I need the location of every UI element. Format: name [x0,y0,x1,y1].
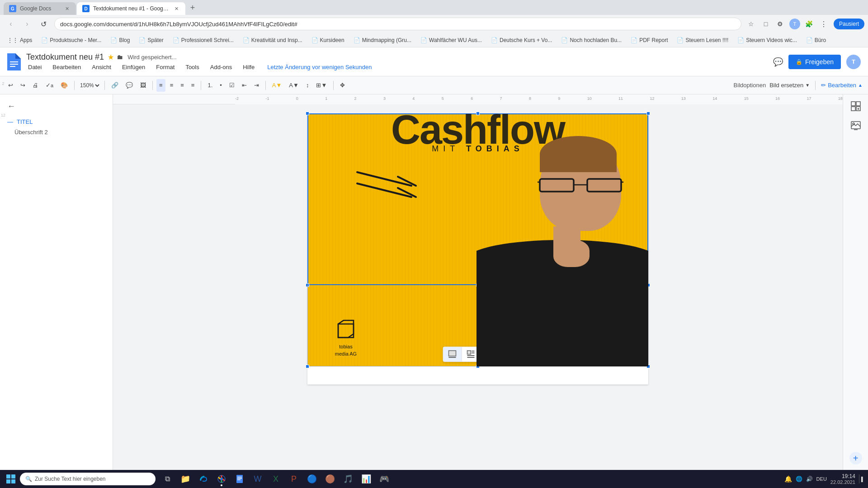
menu-einfuegen[interactable]: Einfügen [120,63,147,71]
bookmark-mindmapping[interactable]: 📄 Mindmapping (Gru... [350,36,415,44]
print-button[interactable]: 🖨 [30,79,41,92]
column-button[interactable]: ⊞▼ [313,79,330,92]
menu-ansicht[interactable]: Ansicht [90,63,113,71]
tab-textdokument[interactable]: D Textdokument neu #1 - Google ... ✕ [77,2,185,15]
bookmark-buero[interactable]: 📄 Büro [802,36,830,44]
taskbar-spotify[interactable]: 🎵 [340,471,356,487]
highlight-color-button[interactable]: A▼ [269,79,285,92]
taskbar-app-11[interactable]: 📊 [358,471,374,487]
forward-button[interactable]: › [20,17,34,31]
last-edit[interactable]: Letzte Änderung vor wenigen Sekunden [267,64,372,70]
menu-addons[interactable]: Add-ons [208,63,234,71]
menu-bearbeiten[interactable]: Bearbeiten [51,63,83,71]
reload-button[interactable]: ↺ [36,17,51,31]
numbered-list-button[interactable]: 1. [205,79,215,92]
bookmark-apps[interactable]: ⋮⋮ Apps [4,36,36,44]
bild-ersetzen-button[interactable]: Bild ersetzen ▼ [769,82,810,89]
doc-area[interactable]: -2 -1 0 1 2 3 4 5 6 7 8 9 10 [113,94,843,488]
share-button[interactable]: 🔒 Freigeben [788,55,841,69]
sidebar-item-h2[interactable]: Überschrift 2 [0,127,113,137]
bookmark-produktsuche[interactable]: 📄 Produktsuche - Mer... [38,36,105,44]
bookmark-kreativitaet[interactable]: 📄 Kreativität und Insp... [239,36,306,44]
line-spacing-button[interactable]: ↕ [303,79,312,92]
taskbar-app-12[interactable]: 🎮 [376,471,392,487]
right-panel-add-comment-button[interactable] [848,98,864,114]
image-container[interactable]: Cashflow MIT TOBIAS [307,113,648,366]
pause-button[interactable]: Pausiert [834,19,864,29]
paint-format-button[interactable]: 🎨 [58,79,71,92]
align-center-button[interactable]: ≡ [167,79,176,92]
taskbar-search-box[interactable]: 🔍 Zur Suche Text hier eingeben [20,473,156,485]
bookmark-steuern-videos[interactable]: 📄 Steuern Videos wic... [734,36,801,44]
taskbar-explorer[interactable]: 📁 [177,471,193,487]
extensions-icon[interactable]: ⚙ [774,18,787,30]
image-button[interactable]: 🖼 [137,79,149,92]
menu-format[interactable]: Format [154,63,176,71]
text-color-button[interactable]: A▼ [286,79,302,92]
tab-google-docs[interactable]: G Google Docs ✕ [4,2,76,15]
zoom-selector[interactable]: 150% 100% 75% [78,80,101,91]
sidebar-item-title[interactable]: — TITEL [0,117,113,127]
new-tab-button[interactable]: + [186,1,199,14]
align-justify-button[interactable]: ≡ [189,79,198,92]
taskbar-notification-icon[interactable]: 🔔 [784,475,792,483]
taskbar-task-view[interactable]: ⧉ [159,471,175,487]
doc-title[interactable]: Textdokument neu #1 [26,52,104,62]
bildoptionen-label[interactable]: Bildoptionen [734,82,766,89]
decrease-indent-button[interactable]: ⇤ [239,79,250,92]
bookmark-kursideen[interactable]: 📄 Kursideen [308,36,348,44]
taskbar-chrome[interactable] [213,471,230,487]
browser-menu-icon[interactable]: ⋮ [817,18,830,30]
right-panel-edit-button[interactable] [848,118,864,134]
bookmark-blog[interactable]: 📄 Blog [107,36,133,44]
back-button[interactable]: ‹ [4,17,18,31]
right-sidebar-plus-button[interactable]: + [849,452,862,465]
taskbar-show-desktop[interactable]: ▌ [859,474,864,483]
tab-close-google-docs[interactable]: ✕ [63,5,71,12]
drive-icon[interactable]: 🖿 [117,53,123,61]
undo-button[interactable]: ↩ [5,79,16,92]
link-button[interactable]: 🔗 [108,79,121,92]
bookmark-professionell[interactable]: 📄 Professionell Schrei... [169,36,237,44]
taskbar-docs-open[interactable] [231,471,248,487]
bullet-list-button[interactable]: • [217,79,225,92]
taskbar-edge[interactable] [195,471,212,487]
move-button[interactable]: ✥ [337,79,348,92]
taskbar-app-8[interactable]: 🔵 [304,471,320,487]
sidebar-back-button[interactable]: ← [0,100,113,113]
comments-button[interactable]: 💬 [773,57,783,67]
bookmark-icon[interactable]: ☆ [745,18,758,30]
align-right-button[interactable]: ≡ [178,79,187,92]
align-left-button[interactable]: ≡ [156,79,165,92]
increase-indent-button[interactable]: ⇥ [251,79,262,92]
spellcheck-button[interactable]: ✓a [43,79,56,92]
address-bar[interactable]: docs.google.com/document/d/1hUH8k6h7Lb8y… [54,18,741,30]
profile-avatar[interactable]: T [846,55,861,69]
screen-capture-icon[interactable]: □ [760,18,772,30]
menu-hilfe[interactable]: Hilfe [241,63,256,71]
bookmark-pdf-report[interactable]: 📄 PDF Report [627,36,671,44]
bearbeiten-button[interactable]: ✏ Bearbeiten ▲ [821,82,863,89]
bookmark-steuern-lesen[interactable]: 📄 Steuern Lesen !!!! [673,36,732,44]
start-button[interactable] [4,472,18,486]
star-icon[interactable]: ★ [108,53,114,61]
bookmark-deutsche-kurs[interactable]: 📄 Deutsche Kurs + Vo... [487,36,556,44]
bookmark-wahlfaecher[interactable]: 📄 Wahlfächer WU Aus... [417,36,486,44]
taskbar-word[interactable]: W [250,471,266,487]
tab-close-textdokument[interactable]: ✕ [173,5,180,12]
taskbar-volume-icon[interactable]: 🔊 [806,476,813,482]
taskbar-powerpoint[interactable]: P [286,471,302,487]
comment-button[interactable]: 💬 [123,79,136,92]
extensions-puzzle-icon[interactable]: 🧩 [803,18,816,30]
taskbar-app-9[interactable]: 🟤 [322,471,338,487]
redo-button[interactable]: ↪ [18,79,28,92]
profile-circle[interactable]: T [788,18,801,30]
checklist-button[interactable]: ☑ [226,79,237,92]
bookmark-spaeter[interactable]: 📄 Später [135,36,167,44]
wrap-inline-button[interactable] [443,347,462,361]
taskbar-network-icon[interactable]: 🌐 [796,476,802,482]
bookmark-noch-hochladen[interactable]: 📄 Noch hochladen Bu... [557,36,625,44]
menu-tools[interactable]: Tools [184,63,201,71]
taskbar-excel[interactable]: X [268,471,284,487]
menu-datei[interactable]: Datei [26,63,43,71]
